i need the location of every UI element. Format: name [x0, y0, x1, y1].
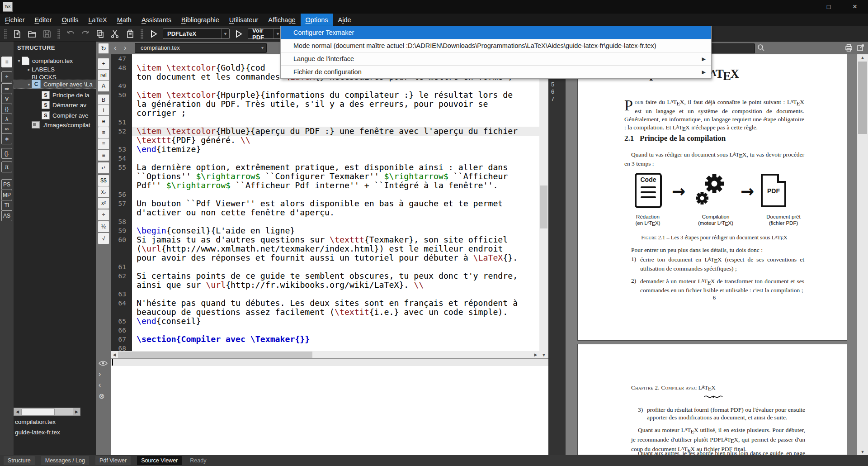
code-line[interactable]: 62Si certains points de ce guide te semb… — [111, 271, 548, 281]
statusbar-button-structure[interactable]: Structure — [4, 456, 35, 465]
toolbar-grip[interactable] — [141, 29, 143, 39]
insert-icon[interactable]: + — [98, 58, 109, 70]
search-icon[interactable] — [757, 43, 765, 54]
code-line[interactable]: pour avoir des réponses et fournit aussi… — [111, 253, 548, 262]
open-file-item[interactable]: compilation.tex — [15, 418, 94, 427]
message-console[interactable] — [111, 358, 548, 455]
scrollbar-thumb[interactable] — [21, 409, 55, 415]
dfrac-icon[interactable]: ½ — [98, 221, 109, 233]
menu-item-latex[interactable]: LaTeX — [83, 14, 112, 26]
sidebar-tab-tikz-icon[interactable]: TI — [1, 200, 12, 211]
sidebar-tab-pstricks-icon[interactable]: PS — [1, 179, 12, 190]
superscript-icon[interactable]: x² — [98, 197, 109, 209]
menu-item-options[interactable]: Options — [301, 14, 333, 26]
code-line[interactable]: 50\item \textcolor{Hpurple}{informations… — [111, 90, 548, 100]
sidebar-tab-unicode-symbols-icon[interactable]: π — [1, 162, 12, 172]
menu-item-math[interactable]: Math — [112, 14, 137, 26]
options-menu-item[interactable]: Configurer Texmaker — [281, 26, 711, 39]
open-file-item[interactable]: guide-latex-fr.tex — [15, 428, 94, 437]
previous-document-icon[interactable]: ‹ — [114, 43, 117, 53]
code-line[interactable]: 58 — [111, 217, 548, 226]
cut-icon[interactable] — [109, 28, 121, 40]
code-area[interactable]: 4748\item \textcolor{Gold}{codton docume… — [111, 54, 548, 351]
structure-scrollbar[interactable]: ◀ ▶ — [14, 408, 80, 416]
statusbar-button-messages-log[interactable]: Messages / Log — [41, 456, 89, 465]
copy-icon[interactable] — [94, 28, 106, 40]
code-line[interactable]: 57Un bouton ``Pdf Viewer'' est alors dis… — [111, 199, 548, 208]
math-mode-icon[interactable]: $$ — [98, 175, 109, 186]
description-icon[interactable]: ≡ — [98, 149, 109, 161]
code-line[interactable]: corriger ; — [111, 109, 548, 118]
options-menu-item[interactable]: Mode normal (document maître actuel :D:\… — [281, 39, 711, 52]
editor-vscrollbar[interactable]: ▲ ▼ — [539, 54, 548, 358]
open-file-icon[interactable] — [26, 28, 38, 40]
print-icon[interactable] — [844, 43, 853, 54]
code-line[interactable]: 53\end{itemize} — [111, 145, 548, 154]
menu-item-fichier[interactable]: Fichier — [0, 14, 30, 26]
undo-icon[interactable] — [65, 28, 76, 40]
toolbar-grip[interactable] — [4, 29, 7, 39]
font-size-icon[interactable]: A — [98, 80, 109, 92]
sidebar-tab-brackets-icon[interactable]: (]. — [1, 148, 12, 159]
code-line[interactable]: \texttt{PDF} généré. \\ — [111, 136, 548, 145]
structure-tree-item[interactable]: ./Images/compilat — [14, 120, 96, 129]
code-line[interactable]: 52\item \textcolor{Hblue}{aperçu du PDF … — [111, 127, 548, 136]
code-line[interactable]: 64N'hésite pas quand tu débutes. Les deu… — [111, 299, 548, 308]
code-line[interactable]: 54 — [111, 154, 548, 163]
sidebar-tab-greek-letters-icon[interactable]: λ — [1, 114, 12, 124]
minimize-button[interactable]: ─ — [789, 0, 816, 14]
previous-icon[interactable]: ‹ — [99, 381, 101, 389]
scroll-right-icon[interactable]: ▶ — [73, 408, 80, 415]
redo-icon[interactable] — [80, 28, 91, 40]
sidebar-tab-misc-symbols-icon[interactable]: ∀ — [1, 94, 12, 105]
menu-item-affichage[interactable]: Affichage — [263, 14, 300, 26]
code-line[interactable]: (\url{http://www.xmlmath.net/texmaker/in… — [111, 244, 548, 253]
run-view-icon[interactable] — [233, 28, 245, 40]
menu-item-editer[interactable]: Editer — [30, 14, 57, 26]
options-menu-item[interactable]: Fichier de configuration▶ — [281, 65, 711, 78]
run-compile-icon[interactable] — [148, 28, 160, 40]
sidebar-tab-arrow-symbols-icon[interactable]: ⇒ — [1, 83, 12, 94]
ref-icon[interactable]: ref — [98, 69, 109, 81]
refresh-structure-icon[interactable]: ↻ — [98, 43, 109, 54]
italic-icon[interactable]: i — [98, 105, 109, 116]
source-editor[interactable]: 4748\item \textcolor{Gold}{codton docume… — [111, 54, 548, 455]
emph-icon[interactable]: e — [98, 115, 109, 127]
new-document-icon[interactable] — [11, 28, 23, 40]
structure-tree-item[interactable]: SDémarrer av — [14, 100, 96, 109]
eye-icon[interactable] — [99, 360, 108, 368]
structure-tree-item[interactable]: SCompiler ave — [14, 111, 96, 120]
options-menu-item[interactable]: Langue de l'interface▶ — [281, 52, 711, 65]
next-document-icon[interactable]: › — [124, 43, 127, 53]
pdf-page-list-item[interactable]: 7 — [551, 95, 554, 102]
enumerate-icon[interactable]: ≡ — [98, 138, 109, 150]
code-line[interactable]: 49 — [111, 81, 548, 90]
console-input-line[interactable] — [111, 359, 548, 366]
toolbar-grip[interactable] — [57, 29, 60, 39]
open-file-selector[interactable]: compilation.tex ▾ — [135, 43, 267, 53]
itemize-icon[interactable]: ≡ — [98, 127, 109, 138]
structure-tree-item[interactable]: ▾CCompiler avec \La — [14, 80, 96, 89]
sidebar-tab-structure-icon[interactable]: ≡ — [1, 57, 12, 67]
menu-item-utilisateur[interactable]: Utilisateur — [224, 14, 263, 26]
scrollbar-thumb[interactable] — [540, 185, 547, 228]
code-line[interactable]: 56 — [111, 190, 548, 199]
frac-icon[interactable]: ÷ — [98, 209, 109, 221]
code-line[interactable]: Pdf'' $\rightarrow$ ``Afficheur Pdf inte… — [111, 181, 548, 190]
code-line[interactable]: 55La dernière option, extrêmement pratiq… — [111, 163, 548, 172]
next-icon[interactable]: › — [99, 370, 101, 378]
tree-expander-icon[interactable]: ▸ — [26, 67, 32, 72]
scroll-left-icon[interactable]: ◀ — [14, 408, 21, 415]
tree-expander-icon[interactable]: ▾ — [16, 58, 22, 63]
save-icon[interactable] — [41, 28, 53, 40]
subscript-icon[interactable]: x₂ — [98, 186, 109, 198]
code-line[interactable]: 63 — [111, 290, 548, 299]
structure-tree-item[interactable]: SPrincipe de la — [14, 90, 96, 100]
structure-tree-item[interactable]: ▾compilation.tex — [14, 56, 96, 65]
newline-icon[interactable]: ↵ — [98, 162, 109, 174]
compiler-select[interactable]: PDFLaTeX ▾ — [163, 29, 230, 39]
maximize-button[interactable]: □ — [816, 0, 842, 14]
sidebar-tab-special-symbols-icon[interactable]: ∗ — [1, 133, 12, 144]
external-viewer-icon[interactable] — [856, 43, 865, 54]
pdf-page-list-item[interactable]: 6 — [551, 88, 554, 95]
